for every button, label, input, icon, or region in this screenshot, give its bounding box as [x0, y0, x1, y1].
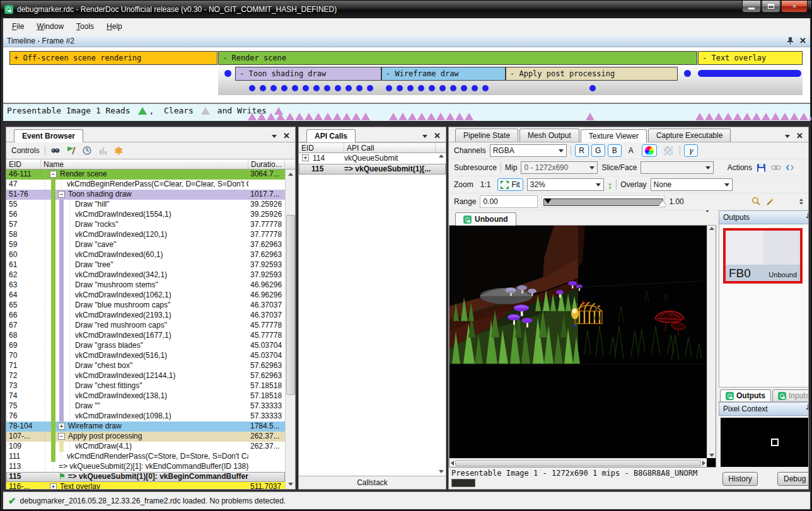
event-row[interactable]: 76vkCmdDrawIndexed(1098,1)57.33333: [6, 411, 285, 422]
close-icon[interactable]: ✕: [434, 133, 441, 139]
texture-list-dropdown-icon[interactable]: [705, 210, 710, 221]
event-row[interactable]: 46-111−Render scene3064.7...: [6, 169, 285, 180]
channel-a-button[interactable]: A: [624, 144, 638, 157]
channel-g-button[interactable]: G: [591, 144, 605, 157]
scroll-down-icon[interactable]: [439, 470, 444, 473]
tab-outputs[interactable]: Outputs: [720, 389, 771, 401]
open-code-icon[interactable]: [785, 163, 796, 173]
event-row[interactable]: 115⚑=> vkQueueSubmit(1)[0]: vkBeginComma…: [6, 472, 285, 482]
event-row[interactable]: 63Draw "mushroom stems"46.96296: [6, 280, 285, 290]
timeline-bar-offscreen[interactable]: + Off-screen scene rendering: [9, 51, 218, 65]
timeline-bar-render-scene[interactable]: - Render scene: [218, 51, 697, 65]
close-button[interactable]: ×: [781, 1, 808, 13]
dots-wireframe[interactable]: [386, 85, 489, 91]
event-scrollbar[interactable]: [285, 169, 295, 489]
channels-combo[interactable]: RGBA: [490, 144, 567, 157]
texture-horizontal-scrollbar[interactable]: [450, 458, 707, 467]
timeline-bar-toon[interactable]: - Toon shading draw: [235, 67, 381, 81]
pin-icon[interactable]: [806, 212, 808, 221]
bookmark-icon[interactable]: ✱: [113, 146, 124, 156]
fit-button[interactable]: Fit: [497, 178, 523, 191]
event-row[interactable]: 56vkCmdDrawIndexed(1554,1)39.25926: [6, 210, 285, 220]
expander-icon[interactable]: +: [50, 483, 57, 489]
texture-image-area[interactable]: [449, 226, 716, 468]
timeline-bar-wireframe[interactable]: - Wireframe draw: [381, 67, 506, 81]
pin-icon[interactable]: [806, 404, 808, 412]
panel-menu-icon[interactable]: [272, 135, 277, 138]
expander-icon[interactable]: −: [50, 171, 57, 178]
outputs-header[interactable]: Outputs: [719, 210, 808, 224]
event-row[interactable]: 61Draw "tree"37.92593: [6, 260, 285, 270]
event-row[interactable]: 72vkCmdDrawIndexed(12144,1)57.62963: [6, 371, 285, 381]
timeline-bar-text-overlay[interactable]: - Text overlay: [698, 51, 803, 65]
event-row[interactable]: 65Draw "blue mushroom caps"46.37037: [6, 301, 285, 311]
event-row[interactable]: 109vkCmdDraw(4,1)262.37...: [6, 442, 285, 452]
history-button[interactable]: History: [722, 472, 758, 486]
event-row[interactable]: 70vkCmdDrawIndexed(516,1)45.03704: [6, 351, 285, 361]
fb0-thumbnail[interactable]: FB0 Unbound: [723, 228, 803, 284]
event-dot[interactable]: [684, 70, 691, 77]
expander-icon[interactable]: +: [302, 154, 309, 161]
event-row[interactable]: 62vkCmdDrawIndexed(342,1)37.92593: [6, 270, 285, 280]
callstack-section[interactable]: Callstack: [299, 476, 446, 489]
event-table-header[interactable]: EID Name Duratio...: [6, 159, 295, 169]
zoom-combo[interactable]: 32%: [527, 178, 604, 191]
event-row[interactable]: 69Draw "grass blades"45.03704: [6, 341, 285, 351]
colorwheel-button[interactable]: [642, 144, 657, 157]
menu-help[interactable]: Help: [100, 20, 129, 33]
zoom-range-icon[interactable]: [750, 197, 761, 207]
api-table-header[interactable]: EID API Call: [299, 142, 446, 153]
range-min-field[interactable]: 0.00: [480, 195, 538, 208]
expander-icon[interactable]: −: [58, 433, 65, 440]
event-row[interactable]: 57Draw "rocks"37.77778: [6, 220, 285, 230]
event-dot-strip[interactable]: [698, 70, 801, 77]
event-row[interactable]: 71Draw "chest box"57.62963: [6, 361, 285, 371]
tab-unbound-texture[interactable]: Unbound: [455, 212, 516, 226]
dots-post[interactable]: [589, 85, 596, 91]
expander-icon[interactable]: −: [58, 191, 65, 198]
range-white-handle[interactable]: [659, 201, 666, 206]
timeline-header[interactable]: Timeline - Frame #2 ✕: [3, 35, 810, 47]
event-row[interactable]: 58vkCmdDrawIndexed(120,1)37.77778: [6, 230, 285, 240]
debug-button[interactable]: Debug: [777, 472, 808, 486]
event-row[interactable]: 116-...+Text overlay511.7037: [6, 482, 285, 489]
toolbar-overflow-icon[interactable]: [799, 198, 803, 205]
close-icon[interactable]: ✕: [799, 38, 806, 44]
autofit-wand-icon[interactable]: [765, 197, 775, 207]
zoom-1to1-button[interactable]: 1:1: [477, 178, 494, 191]
event-row[interactable]: 75Draw ""57.33333: [6, 401, 285, 411]
overlay-combo[interactable]: None: [651, 178, 733, 191]
event-row[interactable]: 67Draw "red mushroom caps"45.77778: [6, 321, 285, 331]
slice-face-combo[interactable]: [641, 161, 714, 174]
mip-combo[interactable]: 0 - 1272x690: [521, 161, 598, 174]
time-draws-icon[interactable]: [82, 146, 93, 156]
event-row[interactable]: 68vkCmdDrawIndexed(1677,1)45.77778: [6, 331, 285, 341]
event-row[interactable]: 113=> vkQueueSubmit(2)[1]: vkEndCommandB…: [6, 462, 285, 472]
event-dot[interactable]: [224, 70, 231, 77]
gamma-button[interactable]: γ: [684, 144, 698, 157]
expander-icon[interactable]: +: [58, 423, 65, 430]
event-row[interactable]: 66vkCmdDrawIndexed(2193,1)46.37037: [6, 311, 285, 321]
event-row[interactable]: 47vkCmdBeginRenderPass(C=Clear, D=Clear,…: [6, 180, 285, 190]
api-row[interactable]: +114vkQueueSubmit: [299, 153, 446, 164]
panel-menu-icon[interactable]: [785, 135, 790, 138]
channel-r-button[interactable]: R: [575, 144, 589, 157]
texture-vertical-scrollbar[interactable]: [707, 226, 716, 458]
minimize-button[interactable]: [742, 1, 761, 13]
event-row[interactable]: 55Draw "hill"39.25926: [6, 200, 285, 210]
flip-y-icon[interactable]: ↕: [608, 180, 613, 190]
event-row[interactable]: 107-...−Apply post processing262.37...: [6, 432, 285, 442]
menu-window[interactable]: Window: [30, 20, 70, 33]
save-icon[interactable]: [756, 163, 767, 173]
tab-pipeline-state[interactable]: Pipeline State: [455, 129, 518, 142]
timeline-bar-postproc[interactable]: - Apply post processing: [506, 67, 678, 81]
panel-menu-icon[interactable]: [422, 135, 427, 138]
pixel-context-view[interactable]: [721, 418, 808, 467]
menu-tools[interactable]: Tools: [70, 20, 100, 33]
jump-to-event-icon[interactable]: [66, 146, 77, 156]
event-row[interactable]: 74vkCmdDrawIndexed(138,1)57.18518: [6, 391, 285, 401]
event-row[interactable]: 60vkCmdDrawIndexed(60,1)37.62963: [6, 250, 285, 260]
tab-capture-executable[interactable]: Capture Executable: [648, 129, 731, 142]
event-row[interactable]: 64vkCmdDrawIndexed(1062,1)46.96296: [6, 290, 285, 301]
event-row[interactable]: 51-76−Toon shading draw1017.7...: [6, 190, 285, 200]
